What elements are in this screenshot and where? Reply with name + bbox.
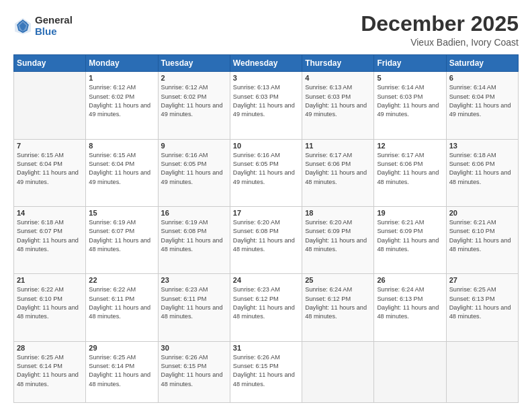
day-number: 17 [233, 209, 299, 217]
header-monday: Monday [86, 55, 158, 72]
day-number: 15 [89, 209, 154, 217]
logo-general-text: General [35, 15, 73, 26]
day-info: Sunrise: 6:18 AMSunset: 6:06 PMDaylight:… [449, 151, 515, 187]
day-info: Sunrise: 6:25 AMSunset: 6:14 PMDaylight:… [89, 353, 154, 389]
day-info: Sunrise: 6:25 AMSunset: 6:14 PMDaylight:… [17, 353, 83, 389]
day-info: Sunrise: 6:24 AMSunset: 6:12 PMDaylight:… [305, 285, 371, 321]
day-number: 28 [17, 344, 83, 352]
day-info: Sunrise: 6:22 AMSunset: 6:11 PMDaylight:… [89, 285, 154, 321]
day-number: 2 [161, 74, 227, 82]
calendar-cell: 15Sunrise: 6:19 AMSunset: 6:07 PMDayligh… [86, 206, 158, 273]
day-number: 25 [305, 276, 371, 284]
calendar-cell [446, 341, 518, 402]
day-info: Sunrise: 6:20 AMSunset: 6:08 PMDaylight:… [233, 218, 299, 254]
calendar-cell: 2Sunrise: 6:12 AMSunset: 6:02 PMDaylight… [158, 72, 230, 139]
calendar-cell: 26Sunrise: 6:24 AMSunset: 6:13 PMDayligh… [374, 274, 446, 341]
day-info: Sunrise: 6:15 AMSunset: 6:04 PMDaylight:… [17, 151, 83, 187]
logo-blue-text: Blue [35, 26, 73, 38]
day-info: Sunrise: 6:25 AMSunset: 6:13 PMDaylight:… [449, 285, 515, 321]
day-info: Sunrise: 6:13 AMSunset: 6:03 PMDaylight:… [233, 83, 299, 119]
logo-icon [13, 17, 32, 36]
day-number: 13 [449, 142, 515, 150]
day-info: Sunrise: 6:17 AMSunset: 6:06 PMDaylight:… [377, 151, 443, 187]
calendar-cell: 9Sunrise: 6:16 AMSunset: 6:05 PMDaylight… [158, 139, 230, 206]
calendar-cell: 4Sunrise: 6:13 AMSunset: 6:03 PMDaylight… [302, 72, 374, 139]
day-number: 11 [305, 142, 371, 150]
calendar-cell: 30Sunrise: 6:26 AMSunset: 6:15 PMDayligh… [158, 341, 230, 402]
day-info: Sunrise: 6:14 AMSunset: 6:03 PMDaylight:… [377, 83, 443, 119]
calendar-cell: 24Sunrise: 6:23 AMSunset: 6:12 PMDayligh… [230, 274, 302, 341]
calendar-body: 1Sunrise: 6:12 AMSunset: 6:02 PMDaylight… [14, 72, 519, 403]
day-number: 18 [305, 209, 371, 217]
day-info: Sunrise: 6:19 AMSunset: 6:07 PMDaylight:… [89, 218, 154, 254]
day-info: Sunrise: 6:17 AMSunset: 6:06 PMDaylight:… [305, 151, 371, 187]
page: General Blue December 2025 Vieux Badien,… [0, 0, 532, 411]
calendar-cell: 11Sunrise: 6:17 AMSunset: 6:06 PMDayligh… [302, 139, 374, 206]
day-info: Sunrise: 6:15 AMSunset: 6:04 PMDaylight:… [89, 151, 154, 187]
calendar-cell: 6Sunrise: 6:14 AMSunset: 6:04 PMDaylight… [446, 72, 518, 139]
day-number: 8 [89, 142, 154, 150]
day-info: Sunrise: 6:19 AMSunset: 6:08 PMDaylight:… [161, 218, 227, 254]
day-number: 27 [449, 276, 515, 284]
day-info: Sunrise: 6:26 AMSunset: 6:15 PMDaylight:… [161, 353, 227, 389]
day-number: 3 [233, 74, 299, 82]
logo-text: General Blue [35, 15, 73, 37]
day-info: Sunrise: 6:21 AMSunset: 6:10 PMDaylight:… [449, 218, 515, 254]
calendar-cell: 19Sunrise: 6:21 AMSunset: 6:09 PMDayligh… [374, 206, 446, 273]
calendar-cell: 23Sunrise: 6:23 AMSunset: 6:11 PMDayligh… [158, 274, 230, 341]
day-number: 5 [377, 74, 443, 82]
day-number: 21 [17, 276, 83, 284]
calendar-cell: 25Sunrise: 6:24 AMSunset: 6:12 PMDayligh… [302, 274, 374, 341]
day-info: Sunrise: 6:20 AMSunset: 6:09 PMDaylight:… [305, 218, 371, 254]
day-number: 4 [305, 74, 371, 82]
calendar-cell: 8Sunrise: 6:15 AMSunset: 6:04 PMDaylight… [86, 139, 158, 206]
title-block: December 2025 Vieux Badien, Ivory Coast [361, 12, 519, 48]
calendar-week-row-3: 21Sunrise: 6:22 AMSunset: 6:10 PMDayligh… [14, 274, 519, 341]
calendar-cell: 28Sunrise: 6:25 AMSunset: 6:14 PMDayligh… [14, 341, 86, 402]
day-info: Sunrise: 6:23 AMSunset: 6:12 PMDaylight:… [233, 285, 299, 321]
calendar-cell: 13Sunrise: 6:18 AMSunset: 6:06 PMDayligh… [446, 139, 518, 206]
header-wednesday: Wednesday [230, 55, 302, 72]
header: General Blue December 2025 Vieux Badien,… [13, 12, 519, 48]
calendar-cell: 3Sunrise: 6:13 AMSunset: 6:03 PMDaylight… [230, 72, 302, 139]
calendar-cell: 22Sunrise: 6:22 AMSunset: 6:11 PMDayligh… [86, 274, 158, 341]
day-info: Sunrise: 6:14 AMSunset: 6:04 PMDaylight:… [449, 83, 515, 119]
calendar-cell: 16Sunrise: 6:19 AMSunset: 6:08 PMDayligh… [158, 206, 230, 273]
header-sunday: Sunday [14, 55, 86, 72]
calendar-week-row-2: 14Sunrise: 6:18 AMSunset: 6:07 PMDayligh… [14, 206, 519, 273]
day-number: 26 [377, 276, 443, 284]
calendar-cell: 27Sunrise: 6:25 AMSunset: 6:13 PMDayligh… [446, 274, 518, 341]
header-tuesday: Tuesday [158, 55, 230, 72]
day-number: 22 [89, 276, 154, 284]
calendar-week-row-4: 28Sunrise: 6:25 AMSunset: 6:14 PMDayligh… [14, 341, 519, 402]
day-number: 9 [161, 142, 227, 150]
header-friday: Friday [374, 55, 446, 72]
calendar-cell: 20Sunrise: 6:21 AMSunset: 6:10 PMDayligh… [446, 206, 518, 273]
day-info: Sunrise: 6:16 AMSunset: 6:05 PMDaylight:… [161, 151, 227, 187]
calendar-cell: 1Sunrise: 6:12 AMSunset: 6:02 PMDaylight… [86, 72, 158, 139]
location: Vieux Badien, Ivory Coast [361, 37, 519, 48]
day-number: 20 [449, 209, 515, 217]
day-info: Sunrise: 6:16 AMSunset: 6:05 PMDaylight:… [233, 151, 299, 187]
day-info: Sunrise: 6:23 AMSunset: 6:11 PMDaylight:… [161, 285, 227, 321]
logo: General Blue [13, 15, 73, 37]
day-info: Sunrise: 6:13 AMSunset: 6:03 PMDaylight:… [305, 83, 371, 119]
day-info: Sunrise: 6:12 AMSunset: 6:02 PMDaylight:… [161, 83, 227, 119]
day-number: 29 [89, 344, 154, 352]
day-info: Sunrise: 6:26 AMSunset: 6:15 PMDaylight:… [233, 353, 299, 389]
day-number: 10 [233, 142, 299, 150]
calendar-cell: 18Sunrise: 6:20 AMSunset: 6:09 PMDayligh… [302, 206, 374, 273]
weekday-header-row: Sunday Monday Tuesday Wednesday Thursday… [14, 55, 519, 72]
day-number: 19 [377, 209, 443, 217]
calendar-cell [14, 72, 86, 139]
header-thursday: Thursday [302, 55, 374, 72]
day-number: 23 [161, 276, 227, 284]
day-number: 31 [233, 344, 299, 352]
day-number: 12 [377, 142, 443, 150]
calendar-week-row-1: 7Sunrise: 6:15 AMSunset: 6:04 PMDaylight… [14, 139, 519, 206]
day-info: Sunrise: 6:22 AMSunset: 6:10 PMDaylight:… [17, 285, 83, 321]
calendar-cell [374, 341, 446, 402]
day-number: 7 [17, 142, 83, 150]
calendar-cell: 14Sunrise: 6:18 AMSunset: 6:07 PMDayligh… [14, 206, 86, 273]
calendar-week-row-0: 1Sunrise: 6:12 AMSunset: 6:02 PMDaylight… [14, 72, 519, 139]
